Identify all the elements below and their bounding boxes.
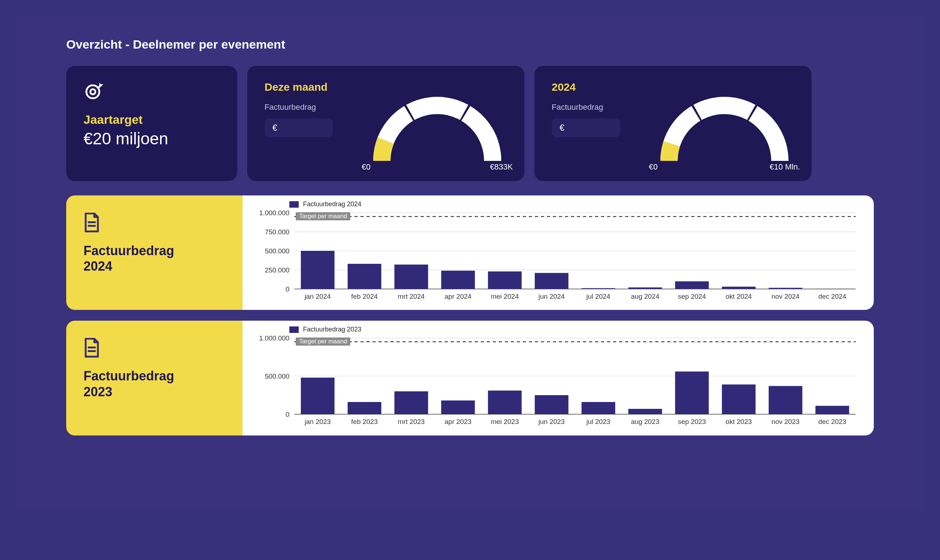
svg-rect-51 [348,402,382,414]
chart-2023-target-badge: Target per maand [296,338,350,346]
chart-2024-row: Factuurbedrag2024 Factuurbedrag 2024 025… [66,195,874,310]
year-gauge-max: €10 Mln. [770,162,800,172]
annual-target-value: €20 miljoen [83,129,220,148]
svg-text:500.000: 500.000 [265,247,289,255]
svg-rect-71 [815,406,849,414]
svg-text:nov 2024: nov 2024 [772,292,800,300]
svg-text:jun 2023: jun 2023 [538,418,565,425]
svg-text:okt 2024: okt 2024 [726,292,752,300]
svg-rect-23 [488,271,522,289]
svg-rect-55 [441,400,475,414]
svg-rect-61 [582,402,615,414]
svg-rect-53 [394,392,428,415]
svg-text:jan 2024: jan 2024 [304,292,331,300]
svg-rect-29 [628,288,662,289]
chart-2024-legend-text: Factuurbedrag 2024 [303,200,361,208]
svg-text:500.000: 500.000 [265,372,289,380]
svg-text:0: 0 [286,285,290,293]
svg-rect-69 [769,386,803,414]
target-icon [83,81,220,103]
chart-2024-label-panel: Factuurbedrag2024 [66,195,243,310]
chart-2023-row: Factuurbedrag2023 Factuurbedrag 2023 050… [66,321,874,435]
svg-text:aug 2023: aug 2023 [631,418,659,425]
svg-text:1.000.000: 1.000.000 [259,334,289,342]
svg-rect-2 [88,222,96,223]
svg-text:250.000: 250.000 [265,266,289,274]
svg-text:jul 2024: jul 2024 [586,292,610,300]
chart-2023: 0500.0001.000.000jan 2023feb 2023mrt 202… [246,334,864,430]
svg-rect-35 [769,288,803,289]
svg-rect-40 [88,346,96,348]
svg-text:okt 2023: okt 2023 [726,418,752,425]
chart-2024: 0250.000500.000750.0001.000.000jan 2024f… [246,209,864,305]
legend-swatch-icon [289,326,299,333]
svg-text:dec 2024: dec 2024 [818,292,846,300]
svg-rect-19 [394,265,428,289]
svg-point-1 [90,89,95,94]
year-gauge-subtitle: Factuurbedrag [552,103,645,112]
invoice-icon [83,213,225,234]
svg-text:jan 2023: jan 2023 [304,418,331,425]
dashboard-page: Overzicht - Deelnemer per evenement Jaar… [16,16,924,511]
annual-target-label: Jaartarget [83,113,220,127]
page-title: Overzicht - Deelnemer per evenement [66,37,874,51]
chart-2024-legend: Factuurbedrag 2024 [289,200,864,208]
year-gauge-card: 2024 Factuurbedrag € €0 €10 Mln. [534,66,812,181]
svg-text:feb 2024: feb 2024 [351,292,378,300]
svg-text:0: 0 [286,411,290,418]
month-gauge-subtitle: Factuurbedrag [265,103,358,112]
svg-rect-65 [675,372,709,415]
year-gauge [649,85,800,168]
chart-2023-label-panel: Factuurbedrag2023 [66,321,243,435]
svg-rect-57 [488,391,522,415]
svg-text:1.000.000: 1.000.000 [259,209,289,217]
year-gauge-title: 2024 [552,81,645,93]
svg-text:feb 2023: feb 2023 [351,418,378,425]
month-gauge-title: Deze maand [265,81,358,93]
svg-text:jun 2024: jun 2024 [538,292,565,300]
svg-text:apr 2023: apr 2023 [445,418,471,425]
svg-rect-27 [582,288,615,289]
month-gauge-max: €833K [490,162,513,172]
svg-rect-41 [88,350,96,352]
svg-rect-21 [441,271,475,289]
month-gauge-card: Deze maand Factuurbedrag € €0 €833K [247,66,525,181]
legend-swatch-icon [289,201,299,208]
svg-text:mei 2023: mei 2023 [491,418,519,425]
invoice-icon [83,338,225,360]
svg-rect-3 [88,225,96,227]
kpi-row: Jaartarget €20 miljoen Deze maand Factuu… [66,66,874,181]
svg-rect-49 [301,378,335,415]
svg-text:dec 2023: dec 2023 [818,418,846,425]
svg-rect-37 [815,289,849,289]
annual-target-card: Jaartarget €20 miljoen [66,66,237,181]
svg-rect-67 [722,385,756,415]
svg-text:mrt 2024: mrt 2024 [398,292,425,300]
chart-2024-title: Factuurbedrag2024 [83,243,225,274]
month-gauge-value-pill: € [265,118,333,137]
svg-text:jul 2023: jul 2023 [586,418,610,425]
chart-2023-legend-text: Factuurbedrag 2023 [303,326,361,333]
svg-rect-17 [348,264,382,289]
svg-rect-31 [675,282,709,289]
svg-text:sep 2024: sep 2024 [678,292,706,300]
svg-rect-25 [535,273,569,289]
chart-2024-target-badge: Target per maand [296,212,350,220]
svg-text:apr 2024: apr 2024 [445,292,471,300]
svg-text:sep 2023: sep 2023 [678,418,706,425]
svg-rect-15 [301,251,335,289]
svg-rect-33 [722,287,756,289]
month-gauge [362,85,513,168]
svg-text:aug 2024: aug 2024 [631,292,659,300]
svg-rect-63 [628,409,662,414]
month-gauge-min: €0 [362,162,370,172]
year-gauge-value-pill: € [552,118,620,137]
chart-2023-legend: Factuurbedrag 2023 [289,326,864,333]
svg-rect-59 [535,395,569,414]
year-gauge-min: €0 [649,162,657,172]
svg-text:nov 2023: nov 2023 [772,418,800,425]
svg-text:mrt 2023: mrt 2023 [398,418,425,425]
svg-text:mei 2024: mei 2024 [491,292,519,300]
chart-2023-title: Factuurbedrag2023 [83,368,225,399]
svg-text:750.000: 750.000 [265,228,289,236]
